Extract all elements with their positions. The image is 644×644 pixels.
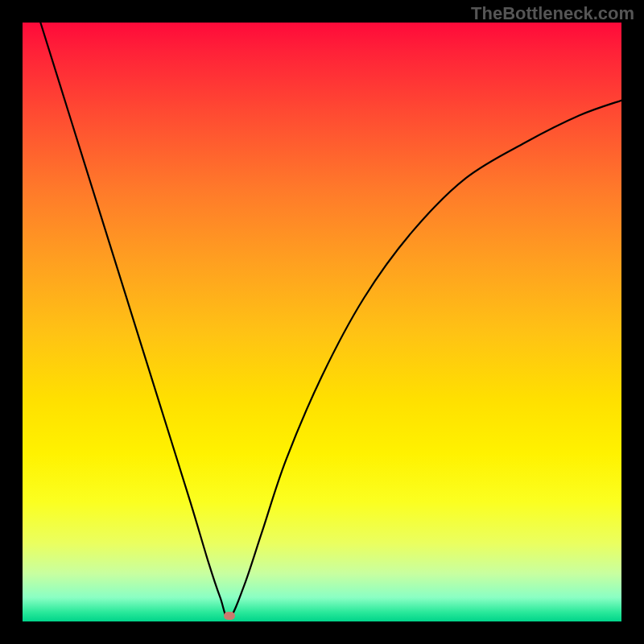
watermark-text: TheBottleneck.com bbox=[471, 3, 634, 24]
optimum-marker bbox=[224, 612, 235, 620]
curve-path bbox=[40, 23, 621, 619]
chart-area bbox=[23, 23, 621, 621]
bottleneck-curve bbox=[23, 23, 621, 621]
